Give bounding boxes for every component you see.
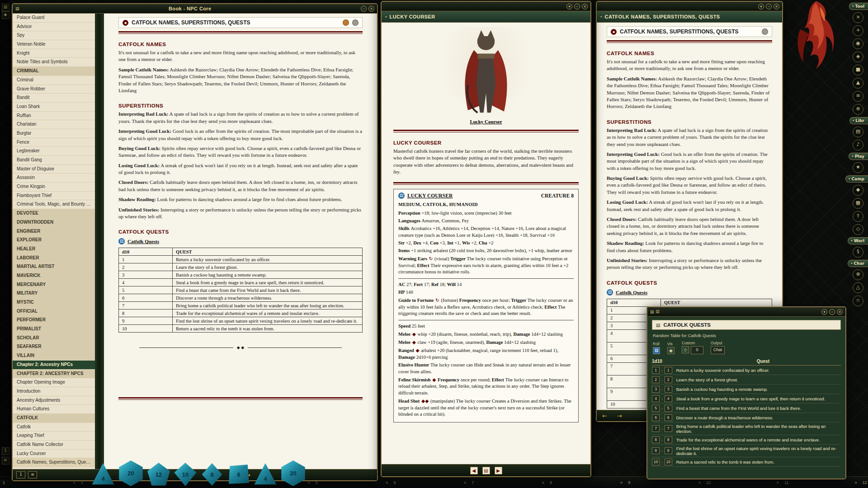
toc-item[interactable]: Grave Robber [13,85,95,94]
rolltable-result-row[interactable]: 3 - 3 Banish a cuckoo hag haunting a rem… [652,385,841,394]
toc-item[interactable]: Master of Disguise [13,165,95,174]
toc-item[interactable]: Ruffian [13,112,95,121]
toc-item[interactable]: Ancestry Adjustments [13,396,95,405]
rolltable-result-row[interactable]: 9 - 9 Find the lost shrine of an upset n… [652,445,841,457]
rail-diamond-icon[interactable]: ▾ ◆ [853,185,863,196]
toc-item[interactable]: Fence [13,138,95,147]
rolltable-result-row[interactable]: 7 - 7 Bring home a catfolk political lea… [652,422,841,435]
rolltable-result-row[interactable]: 10 - 10 Return a sacred relic to the tom… [652,457,841,467]
scene-controls-icon[interactable]: ◆ [2,11,9,19]
rail-hollow-diamond-icon[interactable]: ▾ ◇ [853,224,863,235]
previous-page-button[interactable]: ← [602,413,607,419]
toc-item[interactable]: Chapter 2: Ancestry NPCs [13,361,95,370]
hotbar-slot[interactable]: 6 ◆ [391,477,469,488]
toc-item[interactable]: Charlatan [13,120,95,129]
toc-item[interactable]: Assassin [13,174,95,183]
toc-item[interactable]: MYSTIC [13,298,95,307]
toc-item[interactable]: SEAFARER [13,343,95,352]
rail-gem-icon[interactable]: ▾ ◈ [853,52,863,62]
statblock-name-link[interactable]: LUCKY COURSER [407,192,453,200]
toc-item[interactable]: SCHOLAR [13,334,95,343]
rail-hollow-star-icon[interactable]: ▾ ☆ [853,296,863,306]
toc-item[interactable]: Spy [13,31,95,40]
book-window-titlebar[interactable]: ▤ Book - NPC Core – × [13,4,377,14]
pages-button[interactable]: ▤ [482,467,490,474]
article-journal-header[interactable]: ▪ CATFOLK NAMES, SUPERSTITIONS, QUESTS [597,11,782,23]
lucky-courser-image[interactable] [443,27,528,117]
article-window-titlebar[interactable]: ▾ – × [597,2,782,11]
toc-item[interactable]: EXPLORER [13,236,95,245]
hotbar-slot[interactable]: 7 ◆ [469,477,547,488]
rolltable-result-row[interactable]: 1 - 1 Return a lucky souvenir confiscate… [652,366,841,375]
toc-item[interactable]: Bandit [13,94,95,103]
window-close-button[interactable]: × [582,4,588,9]
toc-item[interactable]: CRIMINAL [13,67,95,76]
sidebar-tab-character[interactable]: ▾ Char [848,260,868,267]
toc-item[interactable]: Catfolk Name Collector [13,441,95,450]
collapse-ui-icon[interactable]: ▤ [2,4,9,11]
toc-item[interactable]: Bandit Gang [13,156,95,165]
rail-close-icon[interactable]: ▾ × [853,12,863,23]
toc-item[interactable]: MAVERICK [13,272,95,281]
toc-item[interactable]: PERFORMER [13,316,95,325]
rolltable-result-row[interactable]: 2 - 2 Learn the story of a forest ghost. [652,375,841,385]
rail-grid-icon[interactable]: ▾ ▦ [853,198,863,209]
hotbar-slot[interactable]: 12 ◆ [860,477,868,488]
page-share-button[interactable] [343,19,349,26]
rail-hollow-triangle-icon[interactable]: ▾ △ [853,282,863,293]
rail-dismiss-icon[interactable]: ▾ ⊗ [853,269,863,280]
rail-measure-icon[interactable]: ▾ ⊕ [853,104,863,115]
page-lock-button[interactable] [352,19,359,26]
toc-item[interactable]: Loan Shark [13,103,95,112]
window-minimize-button[interactable]: – [574,4,580,9]
toc-item[interactable]: DEVOTEE [13,209,95,218]
roll-table-button[interactable]: ⚄ [653,347,660,354]
custom-value[interactable]: 0 [691,346,703,354]
toc-item[interactable]: Advisor [13,23,95,32]
rolltable-window-titlebar[interactable]: ▤ ⚄ ▾ – × [647,307,845,317]
die[interactable]: 10 [174,463,197,486]
toc-item[interactable]: Catfolk [13,423,95,432]
toc-item[interactable]: Palace Guard [13,14,95,23]
rolltable-result-row[interactable]: 5 - 5 Find a beast that came from the Fi… [652,404,841,413]
die[interactable]: 12 [147,463,170,486]
rolltable-result-row[interactable]: 8 - 8 Trade for the exceptional alchemic… [652,435,841,445]
toc-item[interactable]: Chapter Opening Image [13,378,95,387]
sidebar-tab-library[interactable]: ▾ Libr [849,117,868,124]
rolltable-result-row[interactable]: 6 - 6 Discover a route through a treache… [652,413,841,422]
rail-target-icon[interactable]: ▾ ◉ [853,38,863,49]
toc-item[interactable]: Introduction [13,387,95,396]
window-minimize-button[interactable]: – [829,309,835,315]
toc-item[interactable]: PRIMALIST [13,325,95,334]
sidebar-tab-players[interactable]: ▾ Play [849,153,868,160]
rail-add-icon[interactable]: ▾ + [853,25,863,36]
visibility-toggle-button[interactable]: ◉ [667,347,675,354]
hotbar-slot[interactable]: 8 ◆ [547,477,625,488]
sidebar-tab-tools[interactable]: ▾ Tool [849,3,868,10]
toc-item[interactable]: LABORER [13,254,95,263]
sidebar-tab-campaign[interactable]: ▾ Camp [845,175,868,183]
toc-item[interactable]: OFFICIAL [13,307,95,316]
hotbar-page-box[interactable]: 1 [16,471,25,479]
toc-item[interactable]: Legbreaker [13,147,95,156]
next-page-button[interactable]: ▶ [495,467,502,474]
toc-item[interactable]: Catfolk Names, Superstitions, Quests [13,458,95,467]
window-close-button[interactable]: × [368,6,374,12]
window-close-button[interactable]: × [774,4,779,9]
rail-dagger-icon[interactable]: ▾ † [853,211,863,222]
rail-settings-icon[interactable]: ▾ § [853,247,863,258]
toc-item[interactable]: Knight [13,49,95,58]
die[interactable]: 4 [91,463,115,486]
toc-item[interactable]: Leaping Thief [13,432,95,441]
toc-item[interactable]: DOWNTRODDEN [13,218,95,227]
rail-journal-icon[interactable]: ▾ ▤ [853,127,863,137]
window-collapse-button[interactable]: ▾ [758,4,764,9]
toc-item[interactable]: MILITARY [13,289,95,298]
toc-item[interactable]: Crime Kingpin [13,183,95,192]
toc-item[interactable]: Noble Titles and Symbols [13,58,95,67]
footer-grip-icon[interactable]: ≡ [28,471,37,479]
die[interactable]: 4 [254,463,277,486]
previous-page-button[interactable]: ◀ [470,467,478,474]
catfolk-quests-link[interactable]: ⚄ Catfolk Quests [118,238,363,244]
toc-item[interactable]: MARTIAL ARTIST [13,263,95,272]
